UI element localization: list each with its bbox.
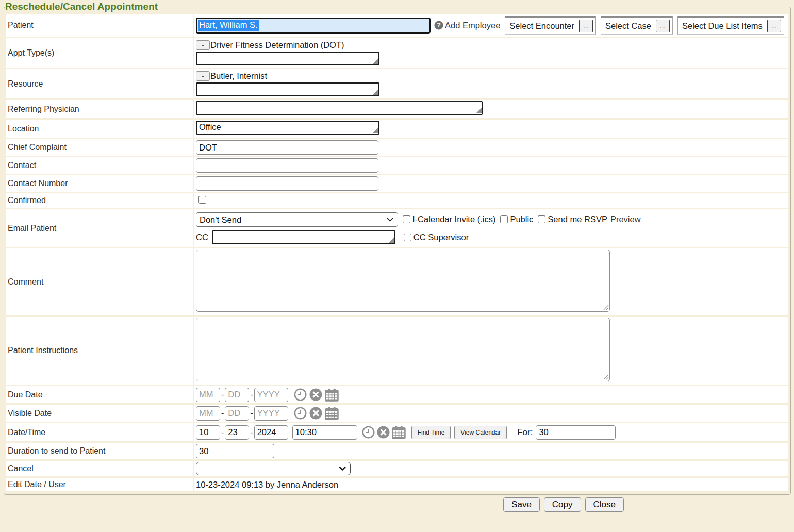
clear-icon[interactable] — [377, 426, 390, 439]
public-checkbox[interactable] — [500, 215, 508, 223]
chief-complaint-input[interactable] — [196, 140, 378, 155]
visible-date-day-input[interactable] — [225, 406, 249, 421]
select-case-group: Select Case ... — [601, 16, 673, 35]
add-employee-link[interactable]: Add Employee — [445, 21, 500, 30]
cancel-label: Cancel — [6, 461, 193, 476]
comment-label: Comment — [6, 248, 193, 315]
clock-icon[interactable] — [362, 426, 375, 439]
preview-link[interactable]: Preview — [610, 214, 641, 224]
resource-remove-button[interactable]: - — [196, 71, 210, 81]
location-input[interactable]: Office — [196, 121, 379, 135]
close-button[interactable]: Close — [585, 497, 624, 512]
due-date-day-input[interactable] — [225, 388, 249, 402]
row-patient-instructions: Patient Instructions — [6, 317, 788, 385]
cc-input[interactable] — [212, 230, 395, 244]
row-date-time: Date/Time - - Find Time View Calendar — [6, 423, 788, 441]
clear-icon[interactable] — [309, 388, 322, 401]
select-due-list-items-browse-button[interactable]: ... — [767, 20, 781, 32]
form-table: Patient Hart, William S. ? Add Employee … — [5, 12, 790, 493]
row-referring-physician: Referring Physician — [6, 100, 788, 118]
cc-supervisor-checkbox[interactable] — [404, 234, 411, 241]
ical-invite-label: I-Calendar Invite (.ics) — [412, 214, 495, 224]
row-contact-number: Contact Number — [6, 175, 788, 192]
visible-date-label: Visible Date — [6, 405, 193, 422]
row-edit-date-user: Edit Date / User 10-23-2024 09:13 by Jen… — [6, 478, 788, 491]
date-separator: - — [221, 390, 224, 400]
duration-to-send-input[interactable] — [196, 444, 274, 458]
date-separator: - — [250, 409, 253, 418]
calendar-icon[interactable] — [392, 426, 406, 439]
date-time-label: Date/Time — [6, 423, 193, 441]
due-date-year-input[interactable] — [254, 388, 288, 402]
save-button[interactable]: Save — [503, 497, 540, 512]
calendar-icon[interactable] — [325, 407, 339, 420]
public-option: Public — [500, 214, 533, 224]
comment-input[interactable] — [196, 250, 610, 312]
cc-label: CC — [196, 232, 208, 242]
find-time-button[interactable]: Find Time — [411, 426, 451, 439]
appt-type-input[interactable] — [196, 52, 379, 65]
select-encounter-browse-button[interactable]: ... — [579, 20, 593, 32]
edit-date-user-label: Edit Date / User — [6, 478, 193, 491]
send-me-rsvp-checkbox[interactable] — [538, 215, 545, 223]
send-me-rsvp-label: Send me RSVP — [548, 214, 607, 224]
patient-input[interactable]: Hart, William S. — [196, 18, 431, 34]
location-label: Location — [6, 120, 193, 138]
due-date-month-input[interactable] — [196, 388, 220, 402]
resource-selected: Butler, Internist — [210, 71, 267, 81]
svg-text:?: ? — [437, 22, 441, 29]
contact-number-input[interactable] — [196, 176, 378, 191]
patient-instructions-input[interactable] — [196, 318, 610, 381]
date-time-month-input[interactable] — [196, 425, 220, 440]
row-confirmed: Confirmed — [6, 193, 788, 208]
row-email-patient: Email Patient Don't Send I-Calendar Invi… — [6, 209, 788, 247]
help-icon[interactable]: ? — [434, 21, 443, 30]
duration-to-send-label: Duration to send to Patient — [6, 443, 193, 459]
for-duration-input[interactable] — [536, 425, 616, 440]
select-due-list-items-label: Select Due List Items — [682, 21, 763, 31]
select-case-browse-button[interactable]: ... — [656, 20, 670, 32]
row-chief-complaint: Chief Complaint — [6, 139, 788, 156]
confirmed-label: Confirmed — [6, 193, 193, 208]
email-send-select[interactable]: Don't Send — [196, 212, 398, 227]
confirmed-checkbox[interactable] — [198, 196, 206, 204]
page-title: Reschedule/Cancel Appointment — [5, 1, 163, 12]
row-resource: Resource - Butler, Internist — [6, 69, 788, 98]
copy-button[interactable]: Copy — [544, 497, 581, 512]
contact-input[interactable] — [196, 158, 378, 173]
resource-input[interactable] — [196, 82, 379, 96]
due-date-label: Due Date — [6, 386, 193, 403]
row-contact: Contact — [6, 157, 788, 174]
date-separator: - — [221, 428, 224, 437]
date-time-day-input[interactable] — [225, 425, 249, 440]
contact-label: Contact — [6, 157, 193, 174]
date-separator: - — [250, 390, 253, 400]
appt-type-selected: Driver Fitness Determination (DOT) — [210, 40, 344, 50]
patient-label: Patient — [6, 14, 193, 37]
row-appt-types: Appt Type(s) - Driver Fitness Determinat… — [6, 38, 788, 68]
time-input[interactable] — [292, 425, 357, 440]
view-calendar-button[interactable]: View Calendar — [454, 426, 507, 439]
for-label: For: — [517, 427, 533, 438]
select-case-label: Select Case — [605, 21, 651, 31]
public-label: Public — [510, 214, 533, 224]
patient-input-selected-text: Hart, William S. — [198, 20, 259, 31]
date-separator: - — [221, 409, 224, 418]
visible-date-month-input[interactable] — [196, 406, 220, 421]
chief-complaint-label: Chief Complaint — [6, 139, 193, 156]
select-encounter-label: Select Encounter — [509, 21, 574, 31]
clock-icon[interactable] — [294, 388, 307, 401]
clear-icon[interactable] — [309, 407, 322, 420]
date-separator: - — [250, 428, 253, 437]
appointment-form: Reschedule/Cancel Appointment Patient Ha… — [4, 1, 791, 495]
referring-physician-input[interactable] — [196, 101, 483, 115]
ical-invite-checkbox[interactable] — [403, 215, 410, 223]
cancel-reason-select[interactable] — [196, 462, 351, 475]
clock-icon[interactable] — [294, 407, 307, 420]
visible-date-year-input[interactable] — [254, 406, 288, 421]
email-patient-label: Email Patient — [6, 209, 193, 247]
date-time-year-input[interactable] — [254, 425, 288, 440]
edit-date-user-value: 10-23-2024 09:13 by Jenna Anderson — [196, 480, 338, 489]
appt-type-remove-button[interactable]: - — [196, 40, 210, 50]
calendar-icon[interactable] — [325, 388, 339, 402]
